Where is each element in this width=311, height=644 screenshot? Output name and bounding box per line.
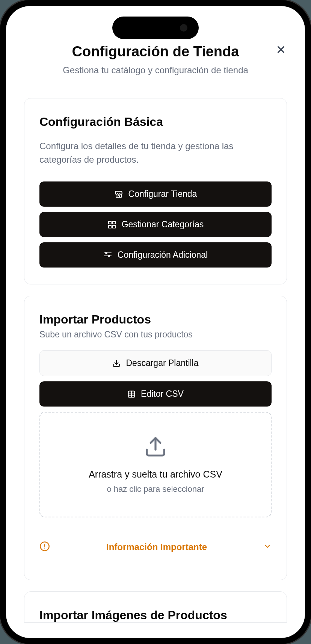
basic-config-description: Configura los detalles de tu tienda y ge… [39, 139, 272, 166]
close-button[interactable] [273, 42, 288, 57]
import-images-card: Importar Imágenes de Productos [24, 591, 287, 623]
page-subtitle: Gestiona tu catálogo y configuración de … [24, 65, 287, 76]
configure-store-button[interactable]: Configurar Tienda [39, 181, 272, 207]
chevron-down-icon [263, 542, 272, 552]
alert-circle-icon [39, 541, 50, 553]
additional-config-button[interactable]: Configuración Adicional [39, 242, 272, 268]
svg-rect-3 [113, 221, 115, 224]
svg-rect-4 [109, 225, 111, 228]
csv-dropzone[interactable]: Arrastra y suelta tu archivo CSV o haz c… [39, 412, 272, 517]
basic-config-title: Configuración Básica [39, 115, 272, 129]
csv-editor-label: Editor CSV [141, 389, 184, 399]
page-title: Configuración de Tienda [24, 44, 287, 60]
csv-editor-button[interactable]: Editor CSV [39, 381, 272, 407]
svg-rect-2 [109, 221, 111, 224]
download-icon [112, 359, 121, 367]
manage-categories-label: Gestionar Categorías [122, 219, 204, 230]
svg-point-11 [108, 255, 110, 257]
important-info-accordion[interactable]: Información Importante [39, 531, 272, 563]
close-icon [275, 44, 287, 55]
store-icon [114, 190, 123, 199]
dropzone-title: Arrastra y suelta tu archivo CSV [51, 469, 260, 480]
manage-categories-button[interactable]: Gestionar Categorías [39, 212, 272, 237]
import-products-subtitle: Sube un archivo CSV con tus productos [39, 330, 272, 340]
additional-config-label: Configuración Adicional [118, 250, 208, 260]
grid-icon [107, 220, 116, 229]
page-header: Configuración de Tienda Gestiona tu catá… [24, 44, 287, 76]
upload-icon [51, 435, 260, 460]
dropzone-subtitle: o haz clic para seleccionar [51, 484, 260, 494]
download-template-button[interactable]: Descargar Plantilla [39, 350, 272, 376]
basic-config-card: Configuración Básica Configura los detal… [24, 98, 287, 284]
table-icon [127, 390, 136, 398]
sliders-icon [103, 251, 112, 260]
import-products-title: Importar Productos [39, 313, 272, 327]
download-template-label: Descargar Plantilla [126, 358, 198, 368]
svg-rect-5 [113, 225, 115, 228]
accordion-title: Información Importante [57, 542, 257, 552]
configure-store-label: Configurar Tienda [128, 189, 197, 199]
import-images-title: Importar Imágenes de Productos [39, 608, 272, 622]
import-products-card: Importar Productos Sube un archivo CSV c… [24, 296, 287, 580]
